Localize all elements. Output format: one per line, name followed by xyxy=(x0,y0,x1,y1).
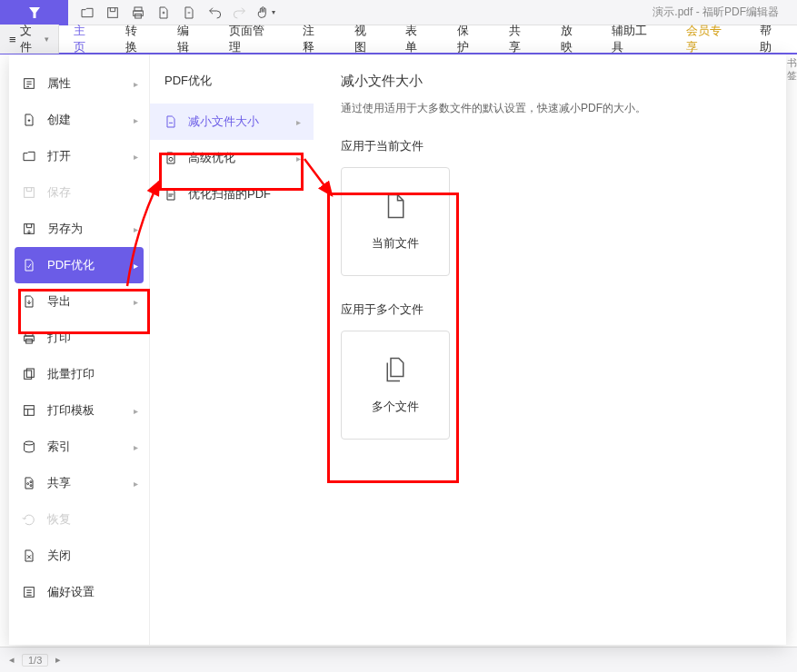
sidebar-item-open[interactable]: 打开 ▸ xyxy=(9,138,149,174)
sidebar-label: 关闭 xyxy=(47,548,71,564)
sidebar-item-printtemplate[interactable]: 打印模板 ▸ xyxy=(9,392,149,429)
sidebar-item-close[interactable]: 关闭 xyxy=(9,538,149,574)
export-icon xyxy=(20,292,38,311)
svg-rect-0 xyxy=(108,7,118,17)
create-icon xyxy=(20,111,38,129)
chevron-right-icon: ▸ xyxy=(134,261,138,271)
submenu-label: 减小文件大小 xyxy=(188,114,259,130)
chevron-right-icon: ▸ xyxy=(134,406,138,416)
sidebar-item-create[interactable]: 创建 ▸ xyxy=(9,102,149,138)
menu-form[interactable]: 表单 xyxy=(391,25,443,54)
sidebar-item-pdfoptimize[interactable]: PDF优化 ▸ xyxy=(15,247,144,283)
preferences-icon xyxy=(20,583,38,601)
chevron-right-icon: ▸ xyxy=(134,442,138,452)
card-current-file[interactable]: 当前文件 xyxy=(341,167,450,276)
svg-point-16 xyxy=(30,485,32,487)
menu-file-button[interactable]: ≡ 文件 ▾ xyxy=(0,25,59,54)
page-add-icon[interactable] xyxy=(152,1,175,25)
open-icon[interactable] xyxy=(75,1,99,25)
sidebar-item-properties[interactable]: 属性 ▸ xyxy=(9,65,149,102)
saveas-icon xyxy=(20,220,38,238)
page-indicator[interactable]: 1/3 xyxy=(22,654,48,667)
sidebar-label: 创建 xyxy=(47,112,71,128)
sidebar-label: 导出 xyxy=(47,293,71,310)
document-title: 演示.pdf - 福昕PDF编辑器 xyxy=(653,5,779,20)
index-icon xyxy=(20,438,38,456)
menu-protect[interactable]: 保护 xyxy=(443,25,494,54)
menu-organize[interactable]: 页面管理 xyxy=(214,25,288,54)
sidebar-label: 索引 xyxy=(47,439,71,455)
redo-icon[interactable] xyxy=(228,1,252,25)
template-icon xyxy=(20,401,38,420)
section-multi-file-label: 应用于多个文件 xyxy=(341,301,759,318)
right-edge-tabs[interactable]: 书 签 xyxy=(786,56,797,129)
menu-help[interactable]: 帮助 xyxy=(745,25,797,54)
sidebar-item-export[interactable]: 导出 ▸ xyxy=(9,283,149,320)
quick-access-toolbar: ▾ xyxy=(68,1,277,25)
chevron-down-icon: ▾ xyxy=(45,35,49,44)
optimize-icon xyxy=(20,256,38,274)
card-multiple-files[interactable]: 多个文件 xyxy=(341,331,450,440)
file-sidebar: 属性 ▸ 创建 ▸ 打开 ▸ 保存 另存为 ▸ PDF优化 ▸ xyxy=(9,54,150,645)
sidebar-item-save: 保存 xyxy=(9,174,149,211)
sidebar-label: 属性 xyxy=(47,75,71,92)
sidebar-item-print[interactable]: 打印 xyxy=(9,320,149,356)
svg-rect-12 xyxy=(25,406,35,416)
save-icon[interactable] xyxy=(101,1,125,25)
app-logo[interactable] xyxy=(0,0,68,25)
chevron-right-icon: ▸ xyxy=(134,79,138,89)
file-icon xyxy=(381,192,410,221)
sidebar-item-batchprint[interactable]: 批量打印 xyxy=(9,356,149,392)
menu-view[interactable]: 视图 xyxy=(340,25,392,54)
svg-point-13 xyxy=(25,441,35,445)
sidebar-label: 偏好设置 xyxy=(47,584,95,600)
svg-rect-5 xyxy=(25,188,35,198)
submenu-panel: PDF优化 减小文件大小 ▸ 高级优化 ▸ 优化扫描的PDF xyxy=(150,54,314,645)
content-title: 减小文件大小 xyxy=(341,73,759,90)
sidebar-item-preferences[interactable]: 偏好设置 xyxy=(9,574,149,610)
hand-icon[interactable]: ▾ xyxy=(254,1,277,25)
logo-icon xyxy=(26,5,43,21)
sidebar-item-index[interactable]: 索引 ▸ xyxy=(9,429,149,465)
file-menu-label: 文件 xyxy=(20,23,42,55)
print-icon[interactable] xyxy=(126,1,150,25)
share-icon xyxy=(20,474,38,492)
prev-page-icon[interactable]: ◂ xyxy=(9,654,15,666)
menu-home[interactable]: 主页 xyxy=(59,25,111,54)
menu-present[interactable]: 放映 xyxy=(546,25,598,54)
menu-vip[interactable]: 会员专享 xyxy=(672,25,745,54)
submenu-optimize-scanned[interactable]: 优化扫描的PDF xyxy=(150,176,314,212)
svg-point-15 xyxy=(30,481,32,483)
menu-share[interactable]: 共享 xyxy=(494,25,546,54)
svg-rect-7 xyxy=(25,332,33,336)
sidebar-item-saveas[interactable]: 另存为 ▸ xyxy=(9,211,149,247)
menu-comment[interactable]: 注释 xyxy=(288,25,340,54)
top-toolbar: ▾ 演示.pdf - 福昕PDF编辑器 xyxy=(0,0,797,25)
svg-rect-10 xyxy=(25,371,32,379)
submenu-label: 优化扫描的PDF xyxy=(188,186,271,203)
menu-accessibility[interactable]: 辅助工具 xyxy=(597,25,671,54)
submenu-advanced-optimize[interactable]: 高级优化 ▸ xyxy=(150,140,314,176)
chevron-right-icon: ▸ xyxy=(134,152,138,162)
next-page-icon[interactable]: ▸ xyxy=(55,654,61,666)
undo-icon[interactable] xyxy=(203,1,226,25)
open-folder-icon xyxy=(20,147,38,165)
submenu-label: 高级优化 xyxy=(188,150,235,166)
batch-print-icon xyxy=(20,365,38,383)
sidebar-label: 恢复 xyxy=(47,511,71,528)
sidebar-label: 批量打印 xyxy=(47,366,95,382)
chevron-right-icon: ▸ xyxy=(134,224,138,234)
sidebar-item-share[interactable]: 共享 ▸ xyxy=(9,465,149,501)
svg-point-14 xyxy=(27,483,29,485)
menu-convert[interactable]: 转换 xyxy=(111,25,163,54)
sidebar-label: 打开 xyxy=(47,148,71,164)
card-label: 当前文件 xyxy=(372,235,419,252)
restore-icon xyxy=(20,510,38,529)
page-remove-icon[interactable] xyxy=(177,1,201,25)
printer-icon xyxy=(20,329,38,347)
card-label: 多个文件 xyxy=(372,399,419,415)
sidebar-label: PDF优化 xyxy=(47,257,95,273)
submenu-reduce-size[interactable]: 减小文件大小 ▸ xyxy=(150,104,314,140)
chevron-right-icon: ▸ xyxy=(134,479,138,489)
menu-edit[interactable]: 编辑 xyxy=(163,25,214,54)
